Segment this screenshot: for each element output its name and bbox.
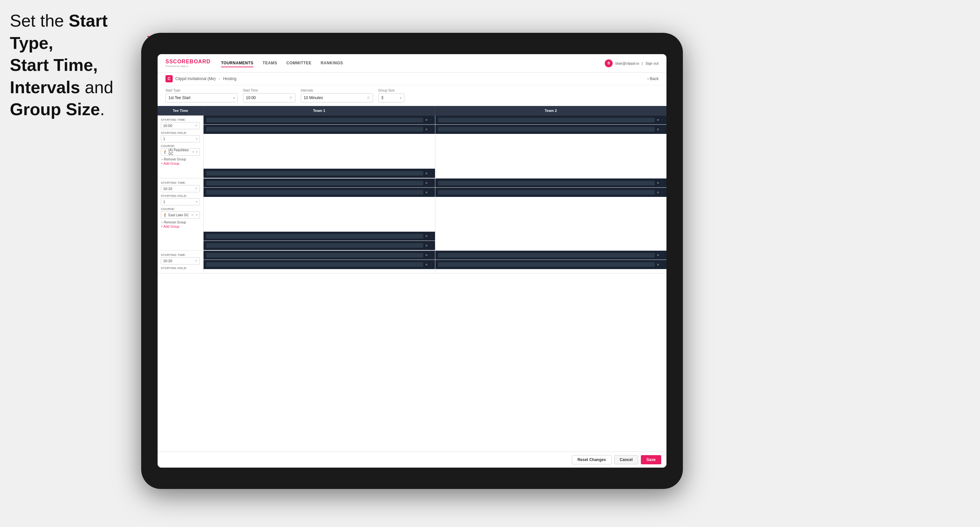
g1-t2-p1-bar <box>438 118 655 122</box>
g1-solo-p1-bar <box>206 171 423 176</box>
g1-time-val: 10:00 <box>163 124 172 128</box>
start-type-input[interactable]: 1st Tee Start ▾ <box>165 93 238 102</box>
instruction-period: . <box>100 100 104 119</box>
g3-t2-player2: ✕ ⋮ <box>435 260 667 269</box>
intervals-input[interactable]: 10 Minutes ⏱ <box>301 93 373 102</box>
g2-team1: ✕ ⋮ ✕ ⋮ <box>204 178 435 232</box>
g3-teams: ✕ ⋮ ✕ ⋮ ✕ <box>204 251 667 273</box>
g1-t1-p2-remove[interactable]: ✕ <box>425 128 428 131</box>
g3-t2-p1-bar <box>438 253 655 257</box>
g1-course-remove[interactable]: ✕ <box>192 150 195 154</box>
reset-button[interactable]: Reset Changes <box>572 455 612 464</box>
g1-course-more[interactable]: ▾ <box>196 150 198 154</box>
g1-teams: ✕ ⋮ ✕ ⋮ ✕ <box>204 116 667 169</box>
g3-t2-p1-drag[interactable]: ⋮ <box>660 253 664 257</box>
g1-t2-p1-drag[interactable]: ⋮ <box>660 118 664 122</box>
g2-t1-p1-bar <box>206 181 423 186</box>
group-size-input[interactable]: 3 ▾ <box>378 93 404 102</box>
g1-t2-p2-bar <box>438 127 655 132</box>
g1-team2: ✕ ⋮ ✕ ⋮ <box>435 116 667 169</box>
g2-t1-p2-drag[interactable]: ⋮ <box>429 190 433 194</box>
g2-starting-time-label: STARTING TIME: <box>161 181 200 184</box>
g2-course-label: COURSE: <box>161 207 200 211</box>
group-1-left: STARTING TIME: 10:00 ⏱ STARTING HOLE: 1 … <box>158 116 204 169</box>
g2-remove-group[interactable]: ○ Remove Group <box>161 221 200 224</box>
g2-starting-hole-label: STARTING HOLE: <box>161 194 200 198</box>
g3-t2-p2-remove[interactable]: ✕ <box>657 263 659 267</box>
g1-solo-p1-drag[interactable]: ⋮ <box>429 171 433 175</box>
g1-solo-p1-remove[interactable]: ✕ <box>425 171 428 175</box>
nav-teams[interactable]: TEAMS <box>262 59 277 67</box>
g1-t1-p2-drag[interactable]: ⋮ <box>429 128 433 131</box>
g3-t1-p2-remove[interactable]: ✕ <box>425 263 428 267</box>
g1-hole-val: 1 <box>163 137 165 141</box>
g1-t1-p1-drag[interactable]: ⋮ <box>429 118 433 122</box>
g1-time-icon: ⏱ <box>195 124 198 127</box>
g2-t1-player1: ✕ ⋮ <box>204 178 435 188</box>
g2-course-remove[interactable]: ✕ <box>191 213 194 217</box>
g1-t2-p1-remove[interactable]: ✕ <box>657 118 659 122</box>
nav-tournaments[interactable]: TOURNAMENTS <box>221 59 253 67</box>
sign-out-link[interactable]: Sign out <box>646 61 659 65</box>
instruction-bold4: Group Size <box>10 100 100 119</box>
start-type-chevron: ▾ <box>233 96 235 100</box>
g1-solo-team2 <box>435 169 667 178</box>
group-2-left: STARTING TIME: 10:10 ⏱ STARTING HOLE: 1 … <box>158 178 204 232</box>
g2-t1-p2-remove[interactable]: ✕ <box>425 190 428 194</box>
g2-solo-p1: ✕ ⋮ <box>204 232 435 241</box>
g1-t1-p1-remove[interactable]: ✕ <box>425 118 428 122</box>
g3-t2-p2-drag[interactable]: ⋮ <box>660 263 664 267</box>
g3-starting-time-input[interactable]: 10:20 ⏱ <box>161 257 200 265</box>
start-time-field: Start Time 10:00 ⏱ <box>243 89 296 102</box>
g1-remove-group[interactable]: ○ Remove Group <box>161 157 200 161</box>
g2-t2-p1-remove[interactable]: ✕ <box>657 181 659 185</box>
g2-t2-p2-drag[interactable]: ⋮ <box>660 190 664 194</box>
tablet-screen: SSCOREBOARD Powered by clipp.io TOURNAME… <box>158 54 667 468</box>
g2-add-group[interactable]: + Add Group <box>161 225 200 229</box>
g3-team2: ✕ ⋮ ✕ ⋮ <box>435 251 667 273</box>
g3-t1-p2-drag[interactable]: ⋮ <box>429 263 433 267</box>
breadcrumb-tournament[interactable]: Clippd Invitational (Me) <box>175 76 216 81</box>
g2-t2-p1-bar <box>438 181 655 186</box>
g2-solo-p1-remove[interactable]: ✕ <box>425 234 428 238</box>
g3-t1-p1-remove[interactable]: ✕ <box>425 253 428 257</box>
sub-header: C Clippd Invitational (Me) › Hosting Bac… <box>158 73 667 85</box>
g3-time-val: 10:20 <box>163 259 172 263</box>
save-button[interactable]: Save <box>641 455 661 464</box>
g2-actions: ○ Remove Group + Add Group <box>161 221 200 229</box>
tee-time-table: Tee Time Team 1 Team 2 STARTING TIME: 10… <box>158 106 667 452</box>
start-time-input[interactable]: 10:00 ⏱ <box>243 93 296 102</box>
g2-starting-time-input[interactable]: 10:10 ⏱ <box>161 185 200 192</box>
nav-committee[interactable]: COMMITTEE <box>286 59 312 67</box>
g1-starting-hole-input[interactable]: 1 ▾ <box>161 135 200 143</box>
g2-t2-p1-drag[interactable]: ⋮ <box>660 181 664 185</box>
g1-t2-player1: ✕ ⋮ <box>435 116 667 125</box>
g2-solo-p1-drag[interactable]: ⋮ <box>429 234 433 238</box>
tournament-logo: C <box>165 75 173 83</box>
g2-t1-player2: ✕ ⋮ <box>204 188 435 197</box>
g2-course-more[interactable]: ▾ <box>196 213 198 217</box>
g1-t1-p1-bar <box>206 118 423 122</box>
g1-starting-time-input[interactable]: 10:00 ⏱ <box>161 122 200 129</box>
g2-t1-p1-remove[interactable]: ✕ <box>425 181 428 185</box>
g2-solo-p2-remove[interactable]: ✕ <box>425 244 428 248</box>
nav-rankings[interactable]: RANKINGS <box>321 59 343 67</box>
g3-t1-p1-drag[interactable]: ⋮ <box>429 253 433 257</box>
g2-starting-hole-input[interactable]: 1 ▾ <box>161 198 200 205</box>
g1-t2-p2-remove[interactable]: ✕ <box>657 128 659 131</box>
g1-team1: ✕ ⋮ ✕ ⋮ <box>204 116 435 169</box>
col-team1: Team 1 <box>204 106 435 115</box>
g1-t2-p2-drag[interactable]: ⋮ <box>660 128 664 131</box>
logo-text: SSCOREBOARD <box>165 59 210 65</box>
nav-right: B blair@clippd.io | Sign out <box>605 59 659 67</box>
g2-t1-p1-drag[interactable]: ⋮ <box>429 181 433 185</box>
g2-solo-p2: ✕ ⋮ <box>204 241 435 250</box>
back-button[interactable]: Back <box>648 76 659 81</box>
cancel-button[interactable]: Cancel <box>614 455 638 464</box>
g2-t2-p2-remove[interactable]: ✕ <box>657 190 659 194</box>
g1-course-icon: 🏌 <box>163 150 167 154</box>
g2-solo-p2-drag[interactable]: ⋮ <box>429 244 433 248</box>
col-tee-time: Tee Time <box>158 106 204 115</box>
g1-add-group[interactable]: + Add Group <box>161 162 200 165</box>
g3-t2-p1-remove[interactable]: ✕ <box>657 253 659 257</box>
